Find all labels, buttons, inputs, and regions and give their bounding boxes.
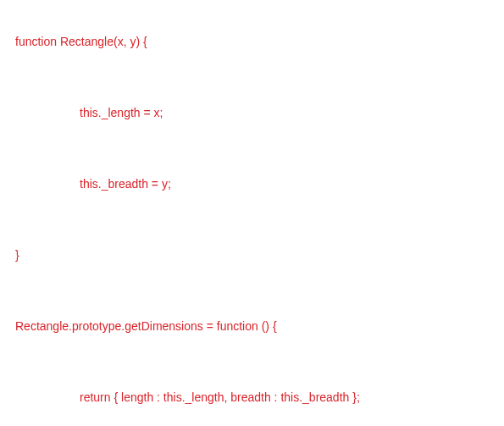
code-text: Rectangle.prototype.getDimensions = func… [15, 319, 277, 333]
blank-line [15, 69, 489, 86]
code-text: function Rectangle(x, y) { [15, 35, 147, 48]
blank-line [15, 211, 489, 229]
code-line: this._breadth = y; [15, 175, 489, 193]
blank-line [15, 140, 489, 158]
code-text: this._length = x; [80, 106, 163, 119]
code-line: return { length : this._length, breadth … [15, 389, 489, 407]
blank-line [15, 282, 489, 300]
blank-line [15, 353, 489, 371]
code-snippet: function Rectangle(x, y) { this._length … [15, 15, 489, 426]
code-text: } [15, 248, 19, 262]
code-line: function Rectangle(x, y) { [15, 33, 489, 51]
code-line: Rectangle.prototype.getDimensions = func… [15, 318, 489, 335]
code-line: } [15, 246, 489, 264]
code-line: this._length = x; [15, 104, 489, 122]
code-text: return { length : this._length, breadth … [80, 390, 360, 404]
code-text: this._breadth = y; [80, 177, 171, 191]
